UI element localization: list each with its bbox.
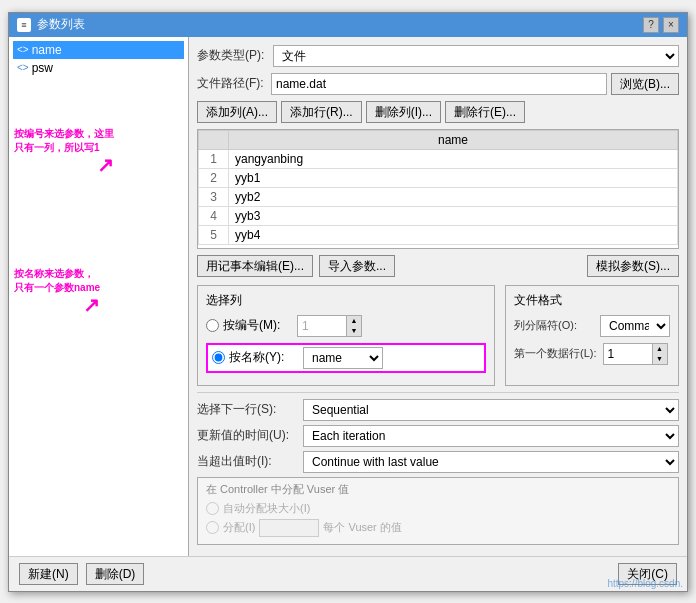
watermark: https://blog.csdn. [607, 578, 683, 589]
select-col-title: 选择列 [206, 292, 486, 309]
select-col-section: 选择列 按编号(M): ▲ ▼ [197, 285, 495, 386]
spinner-down-btn[interactable]: ▼ [347, 326, 361, 336]
tree-item-label-name: name [32, 43, 62, 57]
distribute-row: 分配(I) 每个 Vuser 的值 [206, 519, 670, 537]
data-table: name 1yangyanbing2yyb13yyb24yyb35yyb4 [198, 130, 678, 245]
table-row[interactable]: 5yyb4 [199, 225, 678, 244]
next-row-select[interactable]: Sequential Random Unique [303, 399, 679, 421]
by-number-spinner: ▲ ▼ [297, 315, 362, 337]
when-out-select[interactable]: Continue with last value Abort Vuser Cyc… [303, 451, 679, 473]
table-cell: yangyanbing [229, 149, 678, 168]
next-row-label: 选择下一行(S): [197, 401, 297, 418]
by-name-label: 按名称(Y): [229, 349, 299, 366]
table-row[interactable]: 1yangyanbing [199, 149, 678, 168]
by-name-select[interactable]: name psw [303, 347, 383, 369]
when-out-label: 当超出值时(I): [197, 453, 297, 470]
row-num: 4 [199, 206, 229, 225]
row-num-header [199, 130, 229, 149]
dialog-body: <> name <> psw 按编号来选参数，这里 只有一列，所以写1 ↗ 按名… [9, 37, 687, 556]
add-row-button[interactable]: 添加行(R)... [281, 101, 362, 123]
annotation-2: 按名称来选参数， 只有一个参数name ↗ [14, 267, 100, 315]
new-button[interactable]: 新建(N) [19, 563, 78, 585]
title-bar-buttons: ? × [643, 17, 679, 33]
first-data-spinner: ▲ ▼ [603, 343, 668, 365]
title-bar: ≡ 参数列表 ? × [9, 13, 687, 37]
by-number-input[interactable] [297, 315, 347, 337]
sections-row: 选择列 按编号(M): ▲ ▼ [197, 285, 679, 386]
separator-row: 列分隔符(O): Comma Tab Space [514, 315, 670, 337]
next-row-form-row: 选择下一行(S): Sequential Random Unique [197, 399, 679, 421]
table-row[interactable]: 4yyb3 [199, 206, 678, 225]
row-num: 2 [199, 168, 229, 187]
tree-item-icon: <> [17, 44, 29, 55]
param-type-label: 参数类型(P): [197, 47, 267, 64]
table-cell: yyb2 [229, 187, 678, 206]
annotation-1: 按编号来选参数，这里 只有一列，所以写1 ↗ [14, 127, 114, 175]
row-num: 1 [199, 149, 229, 168]
first-data-input[interactable] [603, 343, 653, 365]
table-row[interactable]: 3yyb2 [199, 187, 678, 206]
by-name-radio[interactable] [212, 351, 225, 364]
tree-item-name[interactable]: <> name [13, 41, 184, 59]
first-data-up-btn[interactable]: ▲ [653, 344, 667, 354]
add-col-button[interactable]: 添加列(A)... [197, 101, 277, 123]
footer-left: 新建(N) 删除(D) [19, 563, 144, 585]
separator-select[interactable]: Comma Tab Space [600, 315, 670, 337]
controller-section-title: 在 Controller 中分配 Vuser 值 [206, 482, 670, 497]
tree-item-icon-psw: <> [17, 62, 29, 73]
param-type-row: 参数类型(P): 文件 表 [197, 45, 679, 67]
window-close-button[interactable]: × [663, 17, 679, 33]
file-path-label: 文件路径(F): [197, 75, 267, 92]
spinner-btns-fd: ▲ ▼ [653, 343, 668, 365]
by-number-row: 按编号(M): ▲ ▼ [206, 315, 486, 337]
auto-distribute-radio [206, 502, 219, 515]
left-panel: <> name <> psw 按编号来选参数，这里 只有一列，所以写1 ↗ 按名… [9, 37, 189, 556]
row-num: 5 [199, 225, 229, 244]
col-name-header: name [229, 130, 678, 149]
tree-item-label-psw: psw [32, 61, 53, 75]
dialog-icon: ≡ [17, 18, 31, 32]
title-bar-left: ≡ 参数列表 [17, 16, 85, 33]
data-table-container: name 1yangyanbing2yyb13yyb24yyb35yyb4 [197, 129, 679, 249]
separator-line [197, 392, 679, 393]
import-button[interactable]: 导入参数... [319, 255, 395, 277]
delete-button[interactable]: 删除(D) [86, 563, 145, 585]
tree-item-psw[interactable]: <> psw [13, 59, 184, 77]
table-row[interactable]: 2yyb1 [199, 168, 678, 187]
del-row-button[interactable]: 删除行(E)... [445, 101, 525, 123]
del-col-button[interactable]: 删除列(I)... [366, 101, 441, 123]
first-data-down-btn[interactable]: ▼ [653, 354, 667, 364]
row-num: 3 [199, 187, 229, 206]
file-path-row: 文件路径(F): 浏览(B)... [197, 73, 679, 95]
first-data-label: 第一个数据行(L): [514, 346, 597, 361]
auto-distribute-label: 自动分配块大小(I) [223, 501, 310, 516]
main-dialog: ≡ 参数列表 ? × <> name <> psw 按编号来选参数，这里 只有一… [8, 12, 688, 592]
simulate-button[interactable]: 模拟参数(S)... [587, 255, 679, 277]
by-number-label: 按编号(M): [223, 317, 293, 334]
distribute-radio [206, 521, 219, 534]
by-number-radio[interactable] [206, 319, 219, 332]
table-cell: yyb3 [229, 206, 678, 225]
update-when-select[interactable]: Each iteration Each occurrence Once [303, 425, 679, 447]
spinner-up-btn[interactable]: ▲ [347, 316, 361, 326]
first-data-row: 第一个数据行(L): ▲ ▼ [514, 343, 670, 365]
when-out-form-row: 当超出值时(I): Continue with last value Abort… [197, 451, 679, 473]
table-cell: yyb4 [229, 225, 678, 244]
browse-button[interactable]: 浏览(B)... [611, 73, 679, 95]
file-format-title: 文件格式 [514, 292, 670, 309]
distribute-input [259, 519, 319, 537]
by-name-row: 按名称(Y): name psw [206, 343, 486, 373]
file-path-input[interactable] [271, 73, 607, 95]
table-cell: yyb1 [229, 168, 678, 187]
edit-memo-button[interactable]: 用记事本编辑(E)... [197, 255, 313, 277]
distribute-label: 分配(I) [223, 520, 255, 535]
help-button[interactable]: ? [643, 17, 659, 33]
toolbar-row: 添加列(A)... 添加行(R)... 删除列(I)... 删除行(E)... [197, 101, 679, 123]
update-when-label: 更新值的时间(U): [197, 427, 297, 444]
action-row: 用记事本编辑(E)... 导入参数... 模拟参数(S)... [197, 255, 679, 277]
bottom-form: 选择下一行(S): Sequential Random Unique 更新值的时… [197, 399, 679, 473]
param-type-select[interactable]: 文件 表 [273, 45, 679, 67]
auto-distribute-row: 自动分配块大小(I) [206, 501, 670, 516]
controller-section: 在 Controller 中分配 Vuser 值 自动分配块大小(I) 分配(I… [197, 477, 679, 545]
right-panel: 参数类型(P): 文件 表 文件路径(F): 浏览(B)... 添加列(A)..… [189, 37, 687, 556]
